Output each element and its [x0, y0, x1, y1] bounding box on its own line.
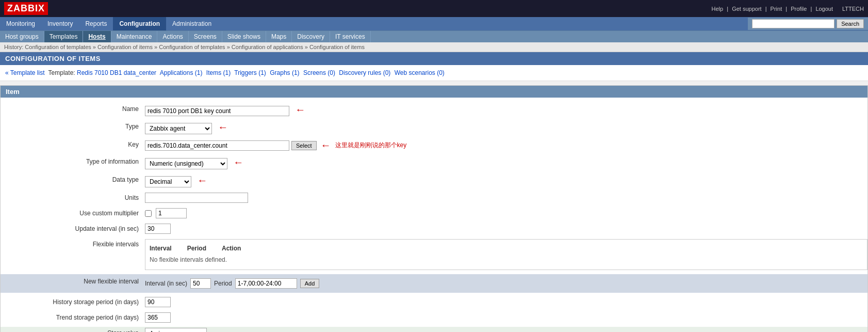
key-control: Select ← 这里就是刚刚说的那个key [145, 139, 867, 151]
triggers-link[interactable]: Triggers (1) [234, 69, 266, 76]
applications-link[interactable]: Applications (1) [160, 69, 203, 76]
subnav-screens[interactable]: Screens [189, 31, 222, 42]
custom-multiplier-label: Use custom multiplier [1, 208, 145, 217]
template-list-link[interactable]: « Template list [5, 69, 44, 76]
store-value-control: As is Delta (speed per second) Delta (si… [145, 328, 867, 332]
units-input[interactable] [145, 193, 248, 203]
profile-link[interactable]: Profile [791, 6, 807, 12]
nav-reports[interactable]: Reports [79, 17, 113, 30]
name-arrow: ← [295, 104, 305, 115]
discovery-rules-link[interactable]: Discovery rules (0) [339, 69, 390, 76]
custom-multiplier-row: Use custom multiplier [1, 207, 867, 219]
screens-link[interactable]: Screens (0) [303, 69, 335, 76]
key-annotation: 这里就是刚刚说的那个key [335, 141, 407, 150]
subnav-slide-shows[interactable]: Slide shows [222, 31, 266, 42]
units-label: Units [1, 193, 145, 201]
type-arrow: ← [218, 121, 228, 133]
intervals-table: Interval Period Action No flexible inter… [145, 239, 867, 270]
store-value-select[interactable]: As is Delta (speed per second) Delta (si… [145, 328, 207, 332]
name-label: Name [1, 104, 145, 113]
subnav-it-services[interactable]: IT services [330, 31, 371, 42]
key-arrow: ← [321, 139, 331, 151]
store-value-label: Store value [1, 328, 145, 332]
key-label: Key [1, 139, 145, 148]
period-label-new: Period [214, 280, 232, 287]
item-form: Name ← Type Zabbix agent ← Key Select [1, 98, 867, 332]
subnav-hosts[interactable]: Hosts [83, 31, 111, 42]
type-of-info-arrow: ← [233, 156, 243, 168]
intervals-col-headers: Interval Period Action [150, 244, 863, 254]
subnav-actions[interactable]: Actions [157, 31, 188, 42]
get-support-link[interactable]: Get support [732, 6, 761, 12]
nav-configuration[interactable]: Configuration [113, 17, 166, 30]
breadcrumb: History: Configuration of templates » Co… [0, 42, 868, 52]
period-col: Period [187, 245, 206, 252]
template-name-link[interactable]: Redis 7010 DB1 data_center [77, 69, 156, 76]
item-panel: Item Name ← Type Zabbix agent ← Key [0, 85, 868, 332]
data-type-select[interactable]: Decimal Octal Hexadecimal Boolean [145, 176, 191, 187]
subnav-host-groups[interactable]: Host groups [0, 31, 44, 42]
logout-link[interactable]: Logout [815, 6, 833, 12]
custom-multiplier-control [145, 208, 867, 218]
graphs-link[interactable]: Graphs (1) [270, 69, 299, 76]
action-col: Action [222, 245, 241, 252]
flexible-intervals-row: Flexible intervals Interval Period Actio… [1, 238, 867, 271]
trend-input[interactable] [145, 312, 171, 323]
data-type-arrow: ← [197, 175, 207, 186]
type-of-info-select[interactable]: Numeric (unsigned) Numeric (float) Chara… [145, 158, 227, 169]
nav-inventory[interactable]: Inventory [41, 17, 79, 30]
no-intervals-message: No flexible intervals defined. [150, 254, 863, 265]
subnav-maps[interactable]: Maps [266, 31, 292, 42]
nav-monitoring[interactable]: Monitoring [0, 17, 41, 30]
new-interval-input[interactable] [190, 278, 211, 289]
type-of-info-row: Type of information Numeric (unsigned) N… [1, 155, 867, 170]
custom-multiplier-value[interactable] [156, 208, 187, 218]
main-nav: Monitoring Inventory Reports Configurati… [0, 17, 218, 30]
new-flexible-interval-row: New flexible interval Interval (in sec) … [1, 274, 867, 293]
search-button[interactable]: Search [837, 19, 864, 28]
key-row: Key Select ← 这里就是刚刚说的那个key [1, 138, 867, 152]
history-input[interactable] [145, 297, 171, 307]
nav-administration[interactable]: Administration [166, 17, 218, 30]
panel-header: Item [1, 86, 867, 98]
type-row: Type Zabbix agent ← [1, 120, 867, 135]
store-value-row: Store value As is Delta (speed per secon… [1, 327, 867, 332]
items-link[interactable]: Items (1) [206, 69, 231, 76]
search-bar: Search [748, 18, 868, 30]
history-label: History storage period (in days) [1, 297, 145, 306]
history-row: History storage period (in days) [1, 296, 867, 308]
type-control: Zabbix agent ← [145, 121, 867, 134]
subnav-maintenance[interactable]: Maintenance [111, 31, 158, 42]
name-input[interactable] [145, 106, 289, 116]
new-period-input[interactable] [235, 278, 297, 289]
flexible-intervals-control: Interval Period Action No flexible inter… [145, 239, 867, 270]
data-type-row: Data type Decimal Octal Hexadecimal Bool… [1, 173, 867, 188]
search-input[interactable] [752, 19, 834, 28]
update-interval-row: Update interval (in sec) [1, 223, 867, 235]
section-header: CONFIGURATION OF ITEMS [0, 52, 868, 65]
key-input[interactable] [145, 140, 289, 151]
user-label: LTTECH [842, 6, 864, 12]
type-of-info-label: Type of information [1, 156, 145, 165]
new-flexible-control: Interval (in sec) Period Add [145, 276, 867, 291]
add-interval-button[interactable]: Add [300, 279, 320, 288]
flexible-intervals-label: Flexible intervals [1, 239, 145, 248]
template-bar: « Template list Template: Redis 7010 DB1… [0, 65, 868, 81]
top-links: Help | Get support | Print | Profile | L… [710, 6, 836, 12]
subnav-templates[interactable]: Templates [44, 31, 84, 42]
units-row: Units [1, 192, 867, 204]
print-link[interactable]: Print [771, 6, 782, 12]
type-select[interactable]: Zabbix agent [145, 123, 212, 134]
interval-in-sec-label: Interval (in sec) [145, 280, 187, 287]
new-flexible-label: New flexible interval [1, 276, 145, 285]
update-interval-input[interactable] [145, 224, 171, 234]
interval-col: Interval [150, 245, 172, 252]
help-link[interactable]: Help [712, 6, 724, 12]
subnav-discovery[interactable]: Discovery [292, 31, 330, 42]
custom-multiplier-checkbox[interactable] [145, 210, 152, 217]
web-scenarios-link[interactable]: Web scenarios (0) [395, 69, 445, 76]
select-button[interactable]: Select [291, 141, 317, 150]
data-type-label: Data type [1, 175, 145, 183]
update-interval-control [145, 224, 867, 234]
sub-nav: Host groups Templates Hosts Maintenance … [0, 30, 868, 42]
